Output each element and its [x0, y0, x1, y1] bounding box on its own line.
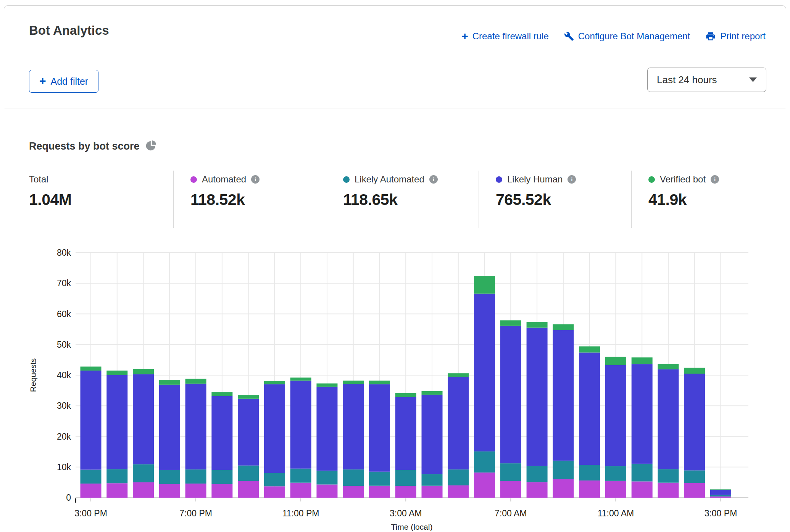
- bar-segment-likely_human[interactable]: [632, 364, 653, 464]
- bar-segment-automated[interactable]: [159, 484, 180, 498]
- bar-segment-verified_bot[interactable]: [448, 373, 469, 377]
- bar-segment-likely_automated[interactable]: [211, 470, 232, 484]
- print-report-link[interactable]: Print report: [705, 31, 766, 42]
- bar-segment-verified_bot[interactable]: [710, 489, 731, 490]
- bar-segment-likely_automated[interactable]: [658, 469, 679, 482]
- bar-segment-likely_human[interactable]: [106, 375, 127, 469]
- bar-segment-verified_bot[interactable]: [290, 377, 311, 380]
- bar-segment-likely_human[interactable]: [579, 353, 600, 465]
- bar-segment-likely_human[interactable]: [448, 377, 469, 469]
- info-icon[interactable]: i: [429, 175, 438, 184]
- bar-segment-likely_human[interactable]: [553, 330, 574, 461]
- add-filter-button[interactable]: + Add filter: [29, 70, 98, 93]
- bar-segment-likely_automated[interactable]: [632, 464, 653, 482]
- bar-segment-verified_bot[interactable]: [605, 357, 626, 365]
- bar-segment-verified_bot[interactable]: [500, 320, 521, 326]
- bar-segment-likely_automated[interactable]: [395, 470, 416, 486]
- bar-segment-likely_automated[interactable]: [448, 469, 469, 485]
- bar-segment-automated[interactable]: [316, 484, 337, 498]
- bar-segment-likely_human[interactable]: [185, 384, 206, 469]
- bar-segment-automated[interactable]: [264, 486, 285, 498]
- bar-segment-verified_bot[interactable]: [553, 324, 574, 330]
- bar-segment-verified_bot[interactable]: [684, 368, 705, 374]
- bar-segment-verified_bot[interactable]: [316, 384, 337, 387]
- bar-segment-automated[interactable]: [474, 472, 495, 498]
- bar-segment-automated[interactable]: [684, 483, 705, 498]
- bar-segment-likely_automated[interactable]: [159, 470, 180, 484]
- bar-segment-likely_automated[interactable]: [316, 471, 337, 484]
- bar-segment-likely_automated[interactable]: [133, 464, 154, 482]
- bar-segment-verified_bot[interactable]: [579, 347, 600, 353]
- bar-segment-likely_human[interactable]: [605, 365, 626, 466]
- bar-segment-likely_human[interactable]: [474, 294, 495, 451]
- bar-segment-automated[interactable]: [106, 483, 127, 498]
- bar-segment-automated[interactable]: [185, 484, 206, 498]
- bar-segment-verified_bot[interactable]: [395, 393, 416, 397]
- bar-segment-automated[interactable]: [527, 482, 548, 498]
- bar-segment-likely_automated[interactable]: [185, 469, 206, 484]
- bar-segment-likely_human[interactable]: [133, 374, 154, 464]
- bar-segment-likely_automated[interactable]: [605, 466, 626, 481]
- bar-segment-likely_automated[interactable]: [684, 471, 705, 483]
- bar-segment-likely_human[interactable]: [290, 380, 311, 468]
- bar-segment-verified_bot[interactable]: [343, 380, 364, 384]
- bar-segment-automated[interactable]: [211, 484, 232, 498]
- bar-segment-verified_bot[interactable]: [264, 381, 285, 384]
- bar-segment-automated[interactable]: [448, 485, 469, 498]
- bar-segment-likely_human[interactable]: [500, 326, 521, 463]
- bar-segment-verified_bot[interactable]: [527, 322, 548, 327]
- info-icon[interactable]: i: [568, 175, 576, 184]
- bar-segment-automated[interactable]: [422, 486, 443, 498]
- bar-segment-verified_bot[interactable]: [658, 364, 679, 369]
- bar-segment-verified_bot[interactable]: [369, 380, 390, 384]
- bar-segment-likely_automated[interactable]: [238, 466, 259, 481]
- bar-segment-automated[interactable]: [369, 486, 390, 498]
- configure-bot-management-link[interactable]: Configure Bot Management: [564, 31, 690, 42]
- bar-segment-likely_human[interactable]: [395, 397, 416, 470]
- bar-segment-automated[interactable]: [605, 481, 626, 498]
- bar-segment-likely_automated[interactable]: [500, 463, 521, 481]
- bar-segment-likely_human[interactable]: [658, 369, 679, 469]
- bar-segment-likely_human[interactable]: [238, 399, 259, 466]
- info-icon[interactable]: i: [711, 175, 719, 184]
- bar-segment-verified_bot[interactable]: [238, 395, 259, 399]
- bar-segment-likely_human[interactable]: [527, 328, 548, 466]
- bar-segment-likely_human[interactable]: [343, 384, 364, 469]
- bar-segment-automated[interactable]: [238, 481, 259, 498]
- bar-segment-likely_automated[interactable]: [343, 469, 364, 486]
- bar-segment-likely_human[interactable]: [316, 387, 337, 471]
- bar-segment-likely_human[interactable]: [81, 371, 102, 470]
- bar-segment-likely_automated[interactable]: [579, 465, 600, 480]
- bar-segment-automated[interactable]: [658, 483, 679, 498]
- info-icon[interactable]: i: [251, 175, 260, 184]
- bar-segment-automated[interactable]: [710, 497, 731, 498]
- bar-segment-automated[interactable]: [290, 483, 311, 498]
- bar-segment-automated[interactable]: [500, 481, 521, 498]
- bar-segment-likely_automated[interactable]: [290, 469, 311, 483]
- create-firewall-rule-link[interactable]: + Create firewall rule: [461, 31, 549, 42]
- bar-segment-likely_human[interactable]: [211, 396, 232, 470]
- bar-segment-verified_bot[interactable]: [81, 367, 102, 371]
- bar-segment-likely_automated[interactable]: [106, 469, 127, 483]
- bar-segment-automated[interactable]: [553, 479, 574, 498]
- bar-segment-verified_bot[interactable]: [133, 369, 154, 374]
- bar-segment-likely_automated[interactable]: [710, 495, 731, 497]
- bar-segment-automated[interactable]: [632, 481, 653, 498]
- bar-segment-verified_bot[interactable]: [474, 276, 495, 294]
- bar-segment-automated[interactable]: [343, 486, 364, 498]
- bar-segment-automated[interactable]: [81, 484, 102, 498]
- bar-segment-likely_human[interactable]: [369, 384, 390, 472]
- bar-segment-verified_bot[interactable]: [632, 357, 653, 364]
- bar-segment-likely_human[interactable]: [684, 374, 705, 471]
- bar-segment-likely_automated[interactable]: [422, 474, 443, 485]
- bar-segment-verified_bot[interactable]: [159, 380, 180, 385]
- bar-segment-likely_automated[interactable]: [81, 470, 102, 484]
- bar-segment-automated[interactable]: [133, 482, 154, 498]
- bar-segment-verified_bot[interactable]: [185, 379, 206, 384]
- bar-segment-verified_bot[interactable]: [106, 371, 127, 375]
- bar-segment-likely_automated[interactable]: [369, 472, 390, 486]
- bar-segment-likely_automated[interactable]: [264, 473, 285, 487]
- bar-segment-verified_bot[interactable]: [422, 391, 443, 395]
- bar-segment-likely_human[interactable]: [422, 395, 443, 474]
- bar-segment-automated[interactable]: [579, 480, 600, 498]
